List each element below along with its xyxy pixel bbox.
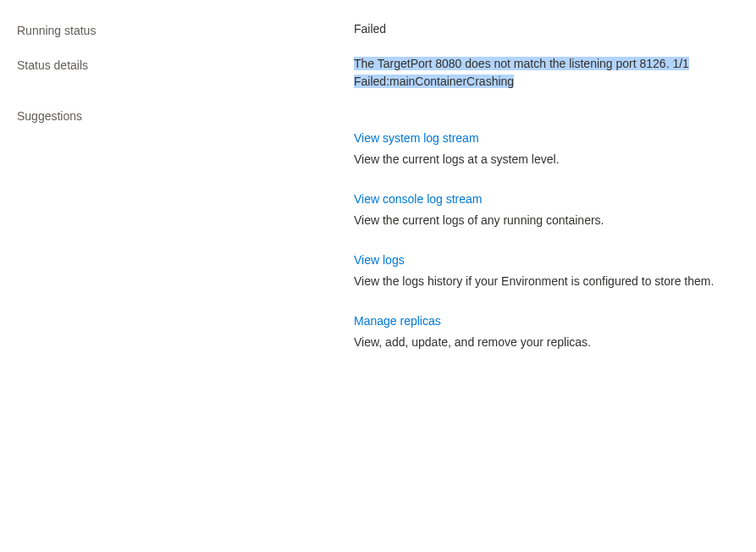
view-system-log-stream-link[interactable]: View system log stream <box>354 130 479 147</box>
suggestions-value: View system log stream View the current … <box>354 106 739 373</box>
status-details-value: The TargetPort 8080 does not match the l… <box>354 55 739 91</box>
status-details-label: Status details <box>17 55 354 91</box>
suggestion-description: View the current logs of any running con… <box>354 212 731 229</box>
suggestion-description: View, add, update, and remove your repli… <box>354 334 731 351</box>
status-details-highlighted-text: The TargetPort 8080 does not match the l… <box>354 57 689 88</box>
suggestions-label: Suggestions <box>17 106 354 373</box>
view-console-log-stream-link[interactable]: View console log stream <box>354 190 482 208</box>
suggestion-description: View the logs history if your Environmen… <box>354 273 731 290</box>
suggestion-item: View logs View the logs history if your … <box>354 251 731 290</box>
suggestion-description: View the current logs at a system level. <box>354 151 731 168</box>
suggestion-item: Manage replicas View, add, update, and r… <box>354 312 731 351</box>
running-status-label: Running status <box>17 20 354 40</box>
running-status-row: Running status Failed <box>17 20 739 40</box>
suggestion-item: View console log stream View the current… <box>354 190 731 229</box>
view-logs-link[interactable]: View logs <box>354 251 405 269</box>
suggestion-item: View system log stream View the current … <box>354 130 731 168</box>
manage-replicas-link[interactable]: Manage replicas <box>354 312 441 330</box>
suggestions-row: Suggestions View system log stream View … <box>17 106 739 373</box>
status-details-row: Status details The TargetPort 8080 does … <box>17 55 739 91</box>
running-status-value: Failed <box>354 20 739 40</box>
